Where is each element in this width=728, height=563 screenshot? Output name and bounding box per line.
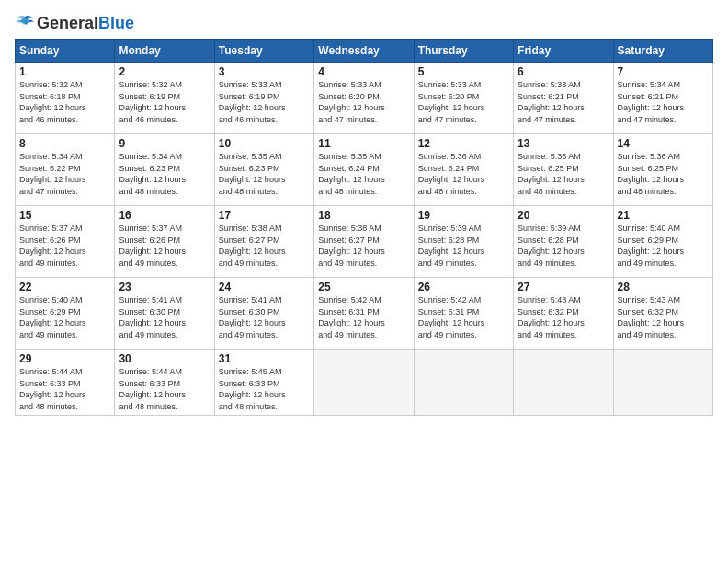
day-number: 19 [418,209,509,222]
day-details: Sunrise: 5:41 AM Sunset: 6:30 PM Dayligh… [219,294,310,340]
calendar-day-10: 10 Sunrise: 5:35 AM Sunset: 6:23 PM Dayl… [214,134,313,206]
calendar-day-8: 8 Sunrise: 5:34 AM Sunset: 6:22 PM Dayli… [16,134,115,206]
day-number: 1 [19,65,110,78]
day-details: Sunrise: 5:32 AM Sunset: 6:19 PM Dayligh… [119,79,210,125]
day-number: 9 [119,137,210,150]
day-details: Sunrise: 5:39 AM Sunset: 6:28 PM Dayligh… [418,223,509,269]
day-details: Sunrise: 5:33 AM Sunset: 6:20 PM Dayligh… [318,79,409,125]
calendar-day-12: 12 Sunrise: 5:36 AM Sunset: 6:24 PM Dayl… [414,134,513,206]
day-number: 5 [418,65,509,78]
calendar-day-16: 16 Sunrise: 5:37 AM Sunset: 6:26 PM Dayl… [115,206,214,278]
day-number: 2 [119,65,210,78]
calendar-day-25: 25 Sunrise: 5:42 AM Sunset: 6:31 PM Dayl… [314,278,414,350]
calendar-table: SundayMondayTuesdayWednesdayThursdayFrid… [15,39,713,416]
day-number: 25 [318,281,409,293]
day-number: 4 [318,65,409,78]
day-number: 21 [618,209,709,222]
day-details: Sunrise: 5:44 AM Sunset: 6:33 PM Dayligh… [119,366,210,412]
calendar-empty-cell [414,350,513,416]
calendar-day-27: 27 Sunrise: 5:43 AM Sunset: 6:32 PM Dayl… [514,278,613,350]
day-details: Sunrise: 5:33 AM Sunset: 6:20 PM Dayligh… [418,79,509,125]
calendar-week-row-3: 15 Sunrise: 5:37 AM Sunset: 6:26 PM Dayl… [16,206,713,278]
day-number: 6 [518,65,609,78]
day-number: 7 [618,65,709,78]
calendar-day-28: 28 Sunrise: 5:43 AM Sunset: 6:32 PM Dayl… [613,278,712,350]
day-details: Sunrise: 5:43 AM Sunset: 6:32 PM Dayligh… [618,294,709,340]
day-number: 23 [119,281,210,293]
day-number: 29 [19,352,110,365]
day-details: Sunrise: 5:37 AM Sunset: 6:26 PM Dayligh… [119,223,210,269]
day-details: Sunrise: 5:40 AM Sunset: 6:29 PM Dayligh… [19,294,110,340]
calendar-day-31: 31 Sunrise: 5:45 AM Sunset: 6:33 PM Dayl… [214,350,313,416]
calendar-day-22: 22 Sunrise: 5:40 AM Sunset: 6:29 PM Dayl… [16,278,115,350]
weekday-header-thursday: Thursday [414,40,513,63]
calendar-empty-cell [514,350,613,416]
day-details: Sunrise: 5:44 AM Sunset: 6:33 PM Dayligh… [19,366,110,412]
day-details: Sunrise: 5:36 AM Sunset: 6:25 PM Dayligh… [618,151,709,197]
day-number: 16 [119,209,210,222]
calendar-day-17: 17 Sunrise: 5:38 AM Sunset: 6:27 PM Dayl… [214,206,313,278]
day-number: 18 [318,209,409,222]
weekday-header-wednesday: Wednesday [314,40,414,63]
calendar-empty-cell [613,350,712,416]
day-details: Sunrise: 5:40 AM Sunset: 6:29 PM Dayligh… [618,223,709,269]
calendar-day-1: 1 Sunrise: 5:32 AM Sunset: 6:18 PM Dayli… [16,63,115,134]
day-details: Sunrise: 5:34 AM Sunset: 6:22 PM Dayligh… [19,151,110,197]
day-details: Sunrise: 5:34 AM Sunset: 6:23 PM Dayligh… [119,151,210,197]
calendar-day-30: 30 Sunrise: 5:44 AM Sunset: 6:33 PM Dayl… [115,350,214,416]
day-details: Sunrise: 5:43 AM Sunset: 6:32 PM Dayligh… [518,294,609,340]
weekday-header-friday: Friday [514,40,613,63]
day-number: 13 [518,137,609,150]
calendar-day-15: 15 Sunrise: 5:37 AM Sunset: 6:26 PM Dayl… [16,206,115,278]
day-number: 26 [418,281,509,293]
calendar-day-23: 23 Sunrise: 5:41 AM Sunset: 6:30 PM Dayl… [115,278,214,350]
calendar-day-26: 26 Sunrise: 5:42 AM Sunset: 6:31 PM Dayl… [414,278,513,350]
day-details: Sunrise: 5:35 AM Sunset: 6:24 PM Dayligh… [318,151,409,197]
day-number: 22 [19,281,110,293]
day-number: 12 [418,137,509,150]
day-details: Sunrise: 5:37 AM Sunset: 6:26 PM Dayligh… [19,223,110,269]
day-details: Sunrise: 5:38 AM Sunset: 6:27 PM Dayligh… [318,223,409,269]
logo-text: GeneralBlue [37,15,134,31]
day-details: Sunrise: 5:36 AM Sunset: 6:24 PM Dayligh… [418,151,509,197]
calendar-day-2: 2 Sunrise: 5:32 AM Sunset: 6:19 PM Dayli… [115,63,214,134]
calendar-day-4: 4 Sunrise: 5:33 AM Sunset: 6:20 PM Dayli… [314,63,414,134]
calendar-day-18: 18 Sunrise: 5:38 AM Sunset: 6:27 PM Dayl… [314,206,414,278]
day-details: Sunrise: 5:34 AM Sunset: 6:21 PM Dayligh… [618,79,709,125]
calendar-day-5: 5 Sunrise: 5:33 AM Sunset: 6:20 PM Dayli… [414,63,513,134]
calendar-day-21: 21 Sunrise: 5:40 AM Sunset: 6:29 PM Dayl… [613,206,712,278]
calendar-day-7: 7 Sunrise: 5:34 AM Sunset: 6:21 PM Dayli… [613,63,712,134]
day-number: 8 [19,137,110,150]
day-details: Sunrise: 5:33 AM Sunset: 6:21 PM Dayligh… [518,79,609,125]
calendar-week-row-2: 8 Sunrise: 5:34 AM Sunset: 6:22 PM Dayli… [16,134,713,206]
page: GeneralBlue SundayMondayTuesdayWednesday… [0,0,728,563]
calendar-day-6: 6 Sunrise: 5:33 AM Sunset: 6:21 PM Dayli… [514,63,613,134]
calendar-day-11: 11 Sunrise: 5:35 AM Sunset: 6:24 PM Dayl… [314,134,414,206]
day-number: 14 [618,137,709,150]
calendar-day-9: 9 Sunrise: 5:34 AM Sunset: 6:23 PM Dayli… [115,134,214,206]
day-number: 15 [19,209,110,222]
calendar-day-24: 24 Sunrise: 5:41 AM Sunset: 6:30 PM Dayl… [214,278,313,350]
weekday-header-tuesday: Tuesday [214,40,313,63]
day-number: 20 [518,209,609,222]
day-details: Sunrise: 5:42 AM Sunset: 6:31 PM Dayligh… [418,294,509,340]
day-details: Sunrise: 5:42 AM Sunset: 6:31 PM Dayligh… [318,294,409,340]
day-number: 28 [618,281,709,293]
calendar-day-29: 29 Sunrise: 5:44 AM Sunset: 6:33 PM Dayl… [16,350,115,416]
weekday-header-sunday: Sunday [16,40,115,63]
calendar-day-13: 13 Sunrise: 5:36 AM Sunset: 6:25 PM Dayl… [514,134,613,206]
day-number: 27 [518,281,609,293]
day-details: Sunrise: 5:36 AM Sunset: 6:25 PM Dayligh… [518,151,609,197]
day-details: Sunrise: 5:45 AM Sunset: 6:33 PM Dayligh… [219,366,310,412]
weekday-header-monday: Monday [115,40,214,63]
day-details: Sunrise: 5:33 AM Sunset: 6:19 PM Dayligh… [219,79,310,125]
calendar-header-row: SundayMondayTuesdayWednesdayThursdayFrid… [16,40,713,63]
header: GeneralBlue [15,15,713,31]
day-number: 30 [119,352,210,365]
day-number: 31 [219,352,310,365]
day-details: Sunrise: 5:38 AM Sunset: 6:27 PM Dayligh… [219,223,310,269]
logo: GeneralBlue [15,15,134,31]
day-details: Sunrise: 5:41 AM Sunset: 6:30 PM Dayligh… [119,294,210,340]
day-number: 3 [219,65,310,78]
day-details: Sunrise: 5:35 AM Sunset: 6:23 PM Dayligh… [219,151,310,197]
